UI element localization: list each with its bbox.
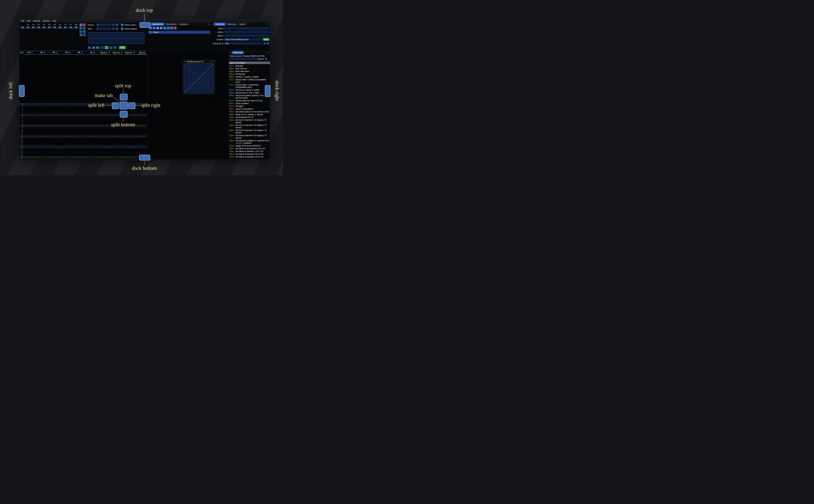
effect-row[interactable]: 0AxyVolume slide (0y: down; x0: up) (229, 99, 270, 102)
edit-record-button[interactable] (105, 46, 108, 49)
pattern-row[interactable]: 12··· ·· ·· ······ ·· ·· ······ ·· ·· ··… (19, 135, 147, 138)
pattern-cell[interactable]: ··· ·· ·· ··· (24, 132, 36, 135)
pattern-cell[interactable]: ··· ·· ·· ··· (24, 124, 36, 127)
pattern-cell[interactable]: ··· ·· ·· ··· (61, 159, 73, 160)
pattern-cell[interactable]: ··· ·· ·· ··· (36, 151, 48, 153)
add-order-button[interactable]: + (79, 23, 82, 26)
pattern-row[interactable]: 3··· ·· ·· ······ ·· ·· ······ ·· ·· ···… (19, 111, 147, 114)
pattern-cell[interactable]: ··· ·· ·· ··· (85, 143, 97, 145)
pattern-cell[interactable]: ··· ·· ·· ··· (110, 143, 122, 145)
pattern-cell[interactable]: ··· ·· ·· ··· (85, 146, 97, 148)
dock-top-target[interactable] (139, 22, 150, 28)
pattern-cell[interactable]: ··· ·· ·· ··· (110, 151, 122, 153)
pattern-cell[interactable]: ··· ·· ·· ··· (24, 153, 36, 156)
pattern-cell[interactable]: ··· ·· ·· ··· (85, 109, 97, 111)
effect-row[interactable]: 0BxxJump to pattern (229, 102, 270, 105)
pattern-cell[interactable]: ··· ·· ·· ··· (24, 159, 36, 160)
system-auto-button[interactable]: Auto (263, 38, 269, 41)
pattern-cell[interactable]: ··· ·· ·· ··· (85, 122, 97, 124)
pattern-cell[interactable]: ··· ·· ·· ··· (24, 143, 36, 145)
pattern-cell[interactable]: ··· ·· ·· ··· (97, 114, 110, 116)
pattern-cell[interactable]: ··· ·· ·· ··· (48, 153, 61, 156)
pattern-cell[interactable]: ··· ·· ·· ··· (122, 130, 135, 132)
menu-item-edit[interactable]: edit (26, 19, 32, 22)
pattern-cell[interactable]: ··· ·· ·· ··· (24, 156, 36, 159)
pattern-cell[interactable]: ··· ·· ·· ··· (36, 109, 48, 111)
pattern-cell[interactable]: ··· ·· ·· ··· (24, 148, 36, 151)
pattern-cell[interactable]: ··· ·· ·· ··· (61, 130, 73, 132)
pattern-cell[interactable]: ··· ·· ·· ··· (48, 122, 61, 124)
pattern-cell[interactable]: ··· ·· ·· ··· (36, 159, 48, 160)
effect-row[interactable]: 01xxPitch slide up (229, 67, 270, 70)
pattern-cell[interactable]: ··· ·· ·· ··· (110, 135, 122, 138)
pattern-cell[interactable]: ··· ·· ·· ··· (110, 148, 122, 151)
pattern-cell[interactable]: ··· ·· ·· ··· (36, 148, 48, 151)
tab-instruments[interactable]: Instruments (151, 23, 164, 26)
pattern-cell[interactable]: ··· ·· ·· ··· (73, 122, 85, 124)
order-change-all-button[interactable]: ⇄ (79, 33, 82, 36)
pattern-cell[interactable]: ··· ·· ·· ··· (48, 109, 61, 111)
menu-item-settings[interactable]: settings (32, 19, 41, 22)
pattern-cell[interactable]: ··· ·· ·· ··· (134, 132, 147, 135)
pattern-cell[interactable]: ··· ·· ·· ··· (85, 124, 97, 127)
pattern-cell[interactable]: ··· ·· ·· ··· (73, 153, 85, 156)
effect-row[interactable]: 04xyVibrato (x: speed; y: depth) (229, 76, 270, 78)
pattern-cell[interactable]: ··· ·· ·· ··· (48, 127, 61, 130)
pattern-cell[interactable]: ··· ·· ·· ··· (122, 140, 135, 143)
pattern-cell[interactable]: ··· ·· ·· ··· (134, 116, 147, 119)
pattern-cell[interactable]: ··· ·· ·· ··· (48, 103, 61, 106)
pattern-cell[interactable]: ··· ·· ·· ··· (97, 135, 110, 138)
channel-header[interactable]: FM 5 (74, 51, 86, 55)
pattern-row[interactable]: 5··· ·· ·· ······ ·· ·· ······ ·· ·· ···… (19, 116, 147, 119)
oscilloscope-xy-window[interactable]: ▼ Oscilloscope (X-Y) × (182, 60, 215, 95)
pattern-cell[interactable]: ··· ·· ·· ··· (61, 109, 73, 111)
tab-speed[interactable]: Speed (238, 23, 247, 26)
pattern-cell[interactable]: ··· ·· ·· ··· (134, 146, 147, 148)
octave-increase-button[interactable]: + (116, 23, 118, 26)
duplicate-order-button[interactable]: ⧉ (79, 27, 82, 30)
channel-header[interactable]: Square 1 (99, 51, 111, 55)
pattern-cell[interactable]: ··· ·· ·· ··· (36, 119, 48, 122)
pattern-cell[interactable]: ··· ·· ·· ··· (134, 140, 147, 143)
pattern-cell[interactable]: ··· ·· ·· ··· (24, 151, 36, 153)
pattern-cell[interactable]: ··· ·· ·· ··· (24, 127, 36, 130)
pattern-row[interactable]: 4··· ·· ·· ······ ·· ·· ······ ·· ·· ···… (19, 114, 147, 116)
pattern-cell[interactable]: ··· ·· ·· ··· (73, 103, 85, 106)
order-cell[interactable]: 00 (41, 26, 47, 29)
step-decrease-button[interactable]: - (112, 27, 115, 30)
pattern-cell[interactable]: ··· ·· ·· ··· (85, 159, 97, 160)
effect-row[interactable]: 02xxPitch slide down (229, 70, 270, 73)
pattern-cell[interactable]: ··· ·· ·· ··· (24, 116, 36, 119)
pattern-cell[interactable]: ··· ·· ·· ··· (73, 106, 85, 109)
pattern-cell[interactable]: ··· ·· ·· ··· (73, 130, 85, 132)
pattern-cell[interactable]: ··· ·· ·· ··· (134, 143, 147, 145)
play-once-button[interactable]: ▶▏ (96, 46, 100, 49)
pattern-cell[interactable]: ··· ·· ·· ··· (61, 153, 73, 156)
effect-row[interactable]: 08xySet panning (x: left; y: right) (229, 91, 270, 94)
pattern-row[interactable]: 13··· ·· ·· ······ ·· ·· ······ ·· ·· ··… (19, 138, 147, 140)
dock-left-target[interactable] (19, 85, 25, 97)
pattern-cell[interactable]: ··· ·· ·· ··· (73, 156, 85, 159)
pattern-cell[interactable]: ··· ·· ·· ··· (61, 124, 73, 127)
pattern-cell[interactable]: ··· ·· ·· ··· (73, 116, 85, 119)
move-instrument-up-button[interactable]: ↑ (167, 27, 170, 29)
pattern-cell[interactable]: ··· ·· ·· ··· (73, 159, 85, 160)
step-input[interactable]: 1 (96, 27, 111, 30)
pattern-cell[interactable]: ··· ·· ·· ··· (97, 127, 110, 130)
pattern-cell[interactable]: ··· ·· ·· ··· (134, 111, 147, 114)
pattern-cell[interactable]: ··· ·· ·· ··· (85, 132, 97, 135)
pattern-cell[interactable]: ··· ·· ·· ··· (48, 159, 61, 160)
pattern-cell[interactable]: ··· ·· ·· ··· (122, 138, 135, 140)
pattern-cell[interactable]: ··· ·· ·· ··· (85, 135, 97, 138)
pattern-cell[interactable]: ··· ·· ·· ··· (85, 130, 97, 132)
order-cell[interactable]: 00 (31, 26, 36, 29)
collapse-arrow-icon[interactable]: ▼ (212, 23, 213, 25)
open-instrument-button[interactable] (156, 27, 159, 29)
system-select[interactable]: Sega Genesis/Mega Drive (224, 38, 262, 41)
pattern-cell[interactable]: ··· ·· ·· ··· (97, 159, 110, 160)
tuning-decrease-button[interactable]: - (263, 42, 266, 45)
pattern-cell[interactable]: ··· ·· ·· ··· (24, 135, 36, 138)
pattern-cell[interactable]: ··· ·· ·· ··· (73, 151, 85, 153)
pattern-cell[interactable]: ··· ·· ·· ··· (24, 140, 36, 143)
pattern-cell[interactable]: ··· ·· ·· ··· (24, 138, 36, 140)
